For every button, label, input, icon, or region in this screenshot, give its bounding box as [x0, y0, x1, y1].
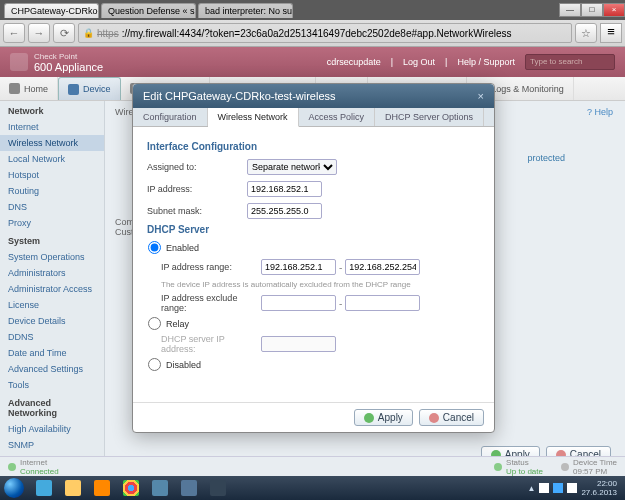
- internet-label: Internet: [20, 458, 59, 467]
- tray-arrow-icon[interactable]: ▲: [527, 484, 535, 493]
- menu-button[interactable]: ≡: [600, 23, 622, 43]
- tab-dhcp-options[interactable]: DHCP Server Options: [375, 108, 484, 126]
- tab-configuration[interactable]: Configuration: [133, 108, 208, 126]
- sidebar-item-dns[interactable]: DNS: [0, 199, 104, 215]
- sidebar-item[interactable]: System Operations: [0, 249, 104, 265]
- dhcp-enabled-radio[interactable]: [148, 241, 161, 254]
- dialog-title: Edit CHPGateway-CDRko-test-wireless: [143, 90, 336, 102]
- cancel-button[interactable]: Cancel: [419, 409, 484, 426]
- sidebar-item-wireless[interactable]: Wireless Network: [0, 135, 104, 151]
- browser-tab[interactable]: CHPGateway-CDRko-tes×: [4, 3, 99, 18]
- range-hint: The device IP address is automatically e…: [161, 280, 480, 289]
- taskbar-ie[interactable]: [30, 478, 58, 498]
- device-icon: [68, 84, 79, 95]
- brand-label: Check Point: [34, 52, 103, 61]
- minimize-button[interactable]: —: [559, 3, 581, 17]
- search-input[interactable]: Type to search: [525, 54, 615, 70]
- status-value: Up to date: [506, 467, 543, 476]
- back-button[interactable]: ←: [3, 23, 25, 43]
- sidebar-item-local[interactable]: Local Network: [0, 151, 104, 167]
- edit-wireless-dialog: Edit CHPGateway-CDRko-test-wireless × Co…: [132, 83, 495, 433]
- sidebar-item[interactable]: Administrator Access: [0, 281, 104, 297]
- close-button[interactable]: ×: [603, 3, 625, 17]
- sidebar-item-routing[interactable]: Routing: [0, 183, 104, 199]
- taskbar-chrome[interactable]: [117, 478, 145, 498]
- section-title: Interface Configuration: [147, 141, 480, 152]
- relay-label: Relay: [166, 319, 189, 329]
- windows-taskbar: ▲ 22:00 27.6.2013: [0, 476, 625, 500]
- username-label: cdrsecupdate: [327, 57, 381, 67]
- sidebar-item[interactable]: Date and Time: [0, 345, 104, 361]
- device-time-value: 09:57 PM: [573, 467, 617, 476]
- sidebar-item[interactable]: License: [0, 297, 104, 313]
- sidebar-item-hotspot[interactable]: Hotspot: [0, 167, 104, 183]
- sidebar-item-proxy[interactable]: Proxy: [0, 215, 104, 231]
- dhcp-disabled-radio[interactable]: [148, 358, 161, 371]
- status-dot-icon: [494, 463, 502, 471]
- range-end-input[interactable]: [345, 259, 420, 275]
- tray-volume-icon[interactable]: [567, 483, 577, 493]
- help-link[interactable]: ? Help: [587, 107, 613, 117]
- sidebar-item[interactable]: High Availability: [0, 421, 104, 437]
- ip-label: IP address:: [147, 184, 247, 194]
- taskbar-media[interactable]: [88, 478, 116, 498]
- sidebar-item[interactable]: Device Details: [0, 313, 104, 329]
- assigned-to-select[interactable]: Separate network: [247, 159, 337, 175]
- assigned-to-label: Assigned to:: [147, 162, 247, 172]
- cancel-icon: [429, 413, 439, 423]
- logout-link[interactable]: Log Out: [403, 57, 435, 67]
- start-button[interactable]: [4, 478, 24, 498]
- address-bar: ← → ⟳ 🔒 https://my.firewall:4434/?token=…: [0, 20, 625, 46]
- close-icon[interactable]: ×: [478, 90, 484, 102]
- system-tray[interactable]: ▲ 22:00 27.6.2013: [527, 479, 621, 497]
- forward-button[interactable]: →: [28, 23, 50, 43]
- exclude-label: IP address exclude range:: [147, 293, 261, 313]
- taskbar-app[interactable]: [175, 478, 203, 498]
- dialog-title-bar: Edit CHPGateway-CDRko-test-wireless ×: [133, 84, 494, 108]
- browser-chrome: CHPGateway-CDRko-tes× Question Defense «…: [0, 0, 625, 47]
- mask-input[interactable]: [247, 203, 322, 219]
- dhcp-relay-radio[interactable]: [148, 317, 161, 330]
- ip-input[interactable]: [247, 181, 322, 197]
- status-bar: Internet Connected Status Up to date Dev…: [0, 456, 625, 476]
- reload-button[interactable]: ⟳: [53, 23, 75, 43]
- internet-value: Connected: [20, 467, 59, 476]
- clock-dot-icon: [561, 463, 569, 471]
- url-field[interactable]: 🔒 https://my.firewall:4434/?token=23c6a0…: [78, 23, 572, 43]
- lock-icon: 🔒: [83, 28, 94, 38]
- taskbar-clock[interactable]: 22:00 27.6.2013: [581, 479, 621, 497]
- tray-icon[interactable]: [553, 483, 563, 493]
- taskbar-explorer[interactable]: [59, 478, 87, 498]
- taskbar-vbox[interactable]: [146, 478, 174, 498]
- relay-ip-input: [261, 336, 336, 352]
- sidebar-item[interactable]: Advanced Settings: [0, 361, 104, 377]
- device-time-label: Device Time: [573, 458, 617, 467]
- exclude-end-input[interactable]: [345, 295, 420, 311]
- browser-tabs: CHPGateway-CDRko-tes× Question Defense «…: [0, 0, 625, 20]
- nav-device[interactable]: Device: [58, 77, 121, 100]
- sidebar-item[interactable]: Tools: [0, 377, 104, 393]
- sidebar-heading: Network: [0, 101, 104, 119]
- dialog-tabs: Configuration Wireless Network Access Po…: [133, 108, 494, 127]
- protected-label: protected: [527, 153, 565, 163]
- browser-tab[interactable]: bad interpreter: No such f×: [198, 3, 293, 18]
- apply-button[interactable]: Apply: [354, 409, 413, 426]
- sidebar: Network Internet Wireless Network Local …: [0, 101, 105, 491]
- bookmark-button[interactable]: ☆: [575, 23, 597, 43]
- disabled-label: Disabled: [166, 360, 201, 370]
- range-start-input[interactable]: [261, 259, 336, 275]
- nav-home[interactable]: Home: [0, 77, 58, 100]
- tab-wireless-network[interactable]: Wireless Network: [208, 108, 299, 127]
- sidebar-item-internet[interactable]: Internet: [0, 119, 104, 135]
- tab-access-policy[interactable]: Access Policy: [299, 108, 376, 126]
- sidebar-item[interactable]: DDNS: [0, 329, 104, 345]
- maximize-button[interactable]: □: [581, 3, 603, 17]
- taskbar-paint[interactable]: [204, 478, 232, 498]
- tray-icon[interactable]: [539, 483, 549, 493]
- sidebar-item[interactable]: Administrators: [0, 265, 104, 281]
- help-link[interactable]: Help / Support: [457, 57, 515, 67]
- exclude-start-input[interactable]: [261, 295, 336, 311]
- relay-ip-label: DHCP server IP address:: [147, 334, 261, 354]
- browser-tab[interactable]: Question Defense « sage×: [101, 3, 196, 18]
- sidebar-item[interactable]: SNMP: [0, 437, 104, 453]
